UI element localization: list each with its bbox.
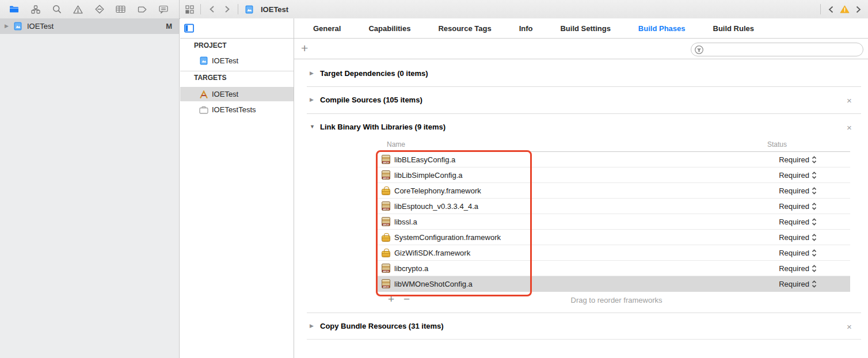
tab-build-rules[interactable]: Build Rules [713, 24, 755, 33]
search-navigator-icon[interactable] [52, 5, 62, 14]
section-title: Link Binary With Libraries (9 items) [320, 123, 446, 131]
targets-section-header: TARGETS [194, 74, 226, 82]
add-library-button[interactable]: + [388, 293, 394, 306]
static-library-icon [382, 217, 390, 226]
delete-phase-button[interactable]: × [847, 123, 852, 132]
status-column-header: Status [767, 140, 787, 148]
divider [180, 71, 294, 71]
tab-build-settings[interactable]: Build Settings [560, 24, 610, 33]
sidebar-item-label: IOETest [212, 56, 238, 65]
test-navigator-icon[interactable] [94, 5, 104, 14]
sidebar-item-target-ioetesttests[interactable]: IOETestTests [180, 102, 294, 117]
disclosure-triangle-icon[interactable]: ▼ [310, 124, 315, 130]
status-value: Required [779, 171, 809, 180]
test-bundle-icon [199, 105, 208, 115]
sidebar-item-project-ioetest[interactable]: IOETest [180, 54, 294, 68]
symbol-navigator-icon[interactable] [31, 5, 40, 14]
status-dropdown[interactable]: Required [779, 280, 817, 288]
divider [307, 113, 861, 114]
library-row[interactable]: libssl.a Required [377, 214, 850, 230]
library-row[interactable]: CoreTelephony.framework Required [377, 183, 850, 199]
stepper-chevrons-icon [812, 156, 817, 163]
next-issue-icon[interactable] [854, 5, 863, 14]
disclosure-triangle-icon[interactable]: ▶ [310, 323, 315, 329]
project-targets-sidebar: PROJECT IOETest TARGETS IOETest IOETestT… [180, 18, 294, 358]
tab-capabilities[interactable]: Capabilities [368, 24, 410, 33]
previous-issue-icon[interactable] [826, 5, 836, 14]
related-items-icon[interactable] [185, 5, 195, 14]
forward-arrow-icon[interactable] [222, 5, 232, 14]
delete-phase-button[interactable]: × [847, 322, 852, 331]
status-dropdown[interactable]: Required [779, 218, 817, 226]
app-target-icon [199, 90, 208, 99]
status-dropdown[interactable]: Required [779, 186, 817, 195]
library-name: libEsptouch_v0.3.3.4_4.a [394, 202, 478, 211]
library-name: CoreTelephony.framework [394, 186, 481, 195]
add-build-phase-button[interactable]: + [301, 41, 308, 55]
library-row-selected[interactable]: libWMOneShotConfig.a Required [377, 276, 850, 292]
section-title: Compile Sources (105 items) [320, 96, 422, 104]
status-dropdown[interactable]: Required [779, 233, 817, 242]
tab-general[interactable]: General [313, 24, 341, 33]
navigator-selector-bar [0, 0, 180, 18]
navigator-row-ioetest[interactable]: ▶ IOETest M [0, 18, 179, 34]
divider [307, 339, 861, 340]
library-name: SystemConfiguration.framework [394, 233, 501, 242]
stepper-chevrons-icon [812, 172, 817, 179]
stepper-chevrons-icon [812, 265, 817, 272]
status-dropdown[interactable]: Required [779, 155, 817, 164]
toolbar: IOETest [0, 0, 868, 19]
framework-icon [382, 251, 390, 257]
delete-phase-button[interactable]: × [847, 96, 852, 105]
section-copy-bundle-resources[interactable]: ▶ Copy Bundle Resources (31 items) [310, 322, 444, 330]
sidebar-item-target-ioetest[interactable]: IOETest [180, 87, 294, 101]
library-name: libWMOneShotConfig.a [394, 280, 473, 288]
library-name: libcrypto.a [394, 264, 428, 273]
library-row[interactable]: libEsptouch_v0.3.3.4_4.a Required [377, 199, 850, 214]
status-dropdown[interactable]: Required [779, 171, 817, 180]
phases-toolbar: + [294, 39, 868, 59]
framework-icon [382, 189, 390, 195]
project-section-header: PROJECT [194, 41, 227, 49]
tab-resource-tags[interactable]: Resource Tags [438, 24, 491, 33]
tab-info[interactable]: Info [519, 24, 533, 33]
static-library-icon [382, 279, 390, 288]
static-library-icon [382, 155, 390, 164]
sidebar-top-strip [180, 18, 294, 39]
section-compile-sources[interactable]: ▶ Compile Sources (105 items) [310, 96, 422, 104]
divider [238, 4, 238, 14]
back-arrow-icon[interactable] [207, 5, 216, 14]
stepper-chevrons-icon [812, 187, 817, 195]
library-row[interactable]: libBLEasyConfig.a Required [377, 152, 850, 167]
section-target-dependencies[interactable]: ▶ Target Dependencies (0 items) [310, 69, 428, 78]
library-row[interactable]: libLibSimpleConfig.a Required [377, 167, 850, 183]
disclosure-triangle-icon[interactable]: ▶ [310, 71, 315, 76]
stepper-chevrons-icon [812, 218, 817, 226]
library-row[interactable]: SystemConfiguration.framework Required [377, 230, 850, 245]
disclosure-triangle-icon[interactable]: ▶ [310, 97, 315, 102]
remove-library-button[interactable]: − [403, 293, 410, 306]
library-row[interactable]: GizWifiSDK.framework Required [377, 245, 850, 261]
tab-build-phases[interactable]: Build Phases [638, 24, 686, 33]
project-navigator-icon[interactable] [9, 5, 19, 14]
issue-navigator-icon[interactable] [73, 5, 83, 14]
status-dropdown[interactable]: Required [779, 202, 817, 211]
filter-field[interactable] [691, 43, 863, 56]
disclosure-triangle-icon[interactable]: ▶ [5, 24, 9, 29]
library-row[interactable]: libcrypto.a Required [377, 261, 850, 276]
status-dropdown[interactable]: Required [779, 249, 817, 257]
status-value: Required [779, 249, 809, 257]
divider [200, 4, 201, 14]
stepper-chevrons-icon [812, 203, 817, 210]
status-dropdown[interactable]: Required [779, 264, 817, 273]
debug-navigator-icon[interactable] [116, 5, 125, 14]
static-library-icon [382, 264, 390, 273]
report-navigator-icon[interactable] [158, 5, 168, 14]
library-name: GizWifiSDK.framework [394, 249, 470, 257]
hide-project-list-icon[interactable] [184, 24, 194, 33]
section-link-binary[interactable]: ▼ Link Binary With Libraries (9 items) [310, 123, 446, 131]
window-tab-title[interactable]: IOETest [261, 5, 288, 14]
breakpoint-navigator-icon[interactable] [137, 5, 147, 14]
sidebar-item-label: IOETest [212, 90, 238, 98]
warning-icon[interactable] [840, 5, 850, 14]
